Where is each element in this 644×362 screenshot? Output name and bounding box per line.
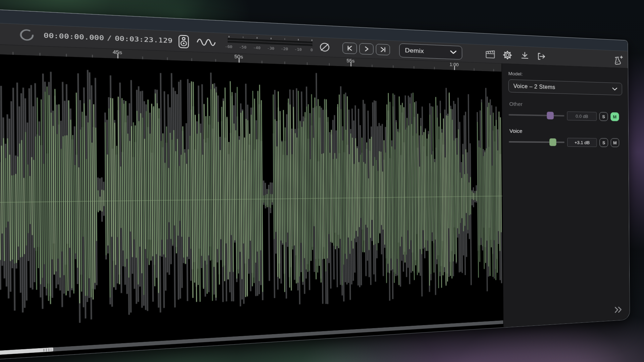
- perspective-container: 00:00:00.000/00:03:23.129: [0, 0, 644, 362]
- stem-panel: Model: Voice – 2 Stems Other: [501, 64, 630, 327]
- stem-gain-value[interactable]: 0.0 dB: [567, 111, 596, 121]
- stem-controls: +3.1 dB S M: [509, 137, 623, 147]
- ruler-time-label: 45s: [113, 49, 122, 55]
- meter-tick: [284, 38, 285, 40]
- loop-icon[interactable]: [18, 27, 36, 43]
- stem-volume-slider[interactable]: [509, 138, 565, 146]
- solo-button[interactable]: S: [599, 138, 608, 147]
- app-window: 00:00:00.000/00:03:23.129: [0, 4, 630, 362]
- meter-tick: [257, 37, 257, 39]
- chevron-down-icon: [450, 49, 457, 56]
- mute-button[interactable]: M: [611, 138, 620, 147]
- stem-row-voice: Voice +3.1 dB S M: [509, 128, 623, 147]
- play-button[interactable]: [359, 43, 374, 55]
- meter-tick-label: -40: [253, 46, 261, 50]
- model-dropdown[interactable]: Voice – 2 Stems: [508, 79, 622, 96]
- ruler-time-label: 50s: [234, 54, 243, 60]
- stem-name: Other: [509, 101, 622, 109]
- desktop-background: 00:00:00.000/00:03:23.129: [0, 0, 644, 362]
- meter-tick: [228, 36, 229, 38]
- stem-controls: 0.0 dB S M: [508, 110, 622, 121]
- chevron-double-right-icon[interactable]: [614, 306, 623, 315]
- stem-row-other: Other 0.0 dB S M: [508, 101, 622, 121]
- time-total: 00:03:23.129: [115, 35, 172, 45]
- slider-handle[interactable]: [549, 138, 556, 146]
- meter-tick-label: -10: [294, 47, 302, 52]
- solo-button[interactable]: S: [599, 112, 608, 121]
- chevron-down-icon: [612, 86, 618, 92]
- meter-tick-label: -60: [225, 44, 232, 49]
- stem-gain-value[interactable]: +3.1 dB: [567, 138, 597, 147]
- download-icon[interactable]: [520, 51, 530, 60]
- skip-start-button[interactable]: [342, 42, 357, 54]
- slider-track[interactable]: [508, 114, 564, 116]
- waveform-display[interactable]: [0, 51, 503, 357]
- meter-tick-label: -20: [281, 47, 288, 51]
- ruler-time-label: 1:00: [449, 62, 459, 67]
- ruler-time-label: 55s: [346, 58, 355, 64]
- time-separator: /: [104, 34, 115, 42]
- meter-tick-label: 0: [310, 48, 313, 52]
- model-dropdown-value: Voice – 2 Stems: [513, 83, 612, 92]
- scrollbar-grip-icon: [44, 348, 52, 351]
- demix-dropdown[interactable]: Demix: [399, 43, 462, 60]
- meter-tick-label: -30: [267, 46, 274, 50]
- time-current: 00:00:00.000: [44, 32, 104, 42]
- meter-tick: [271, 38, 271, 40]
- slider-handle[interactable]: [547, 112, 554, 119]
- stem-name: Voice: [509, 128, 623, 135]
- clapperboard-icon[interactable]: [484, 49, 496, 60]
- export-icon[interactable]: [536, 52, 547, 61]
- meter-tick-label: -50: [239, 45, 247, 50]
- sine-wave-icon[interactable]: [197, 37, 216, 47]
- flask-add-icon[interactable]: [612, 55, 624, 67]
- meter-tick: [312, 40, 312, 41]
- skip-end-button[interactable]: [376, 44, 390, 56]
- mute-button[interactable]: M: [610, 112, 619, 121]
- model-label: Model:: [508, 71, 622, 80]
- gear-icon[interactable]: [502, 49, 513, 61]
- speaker-icon[interactable]: [175, 34, 192, 49]
- demix-dropdown-label: Demix: [405, 47, 450, 56]
- meter-tick: [298, 39, 299, 41]
- level-meter: -60-50-40-30-20-100: [228, 35, 313, 55]
- meter-tick: [243, 37, 244, 38]
- stem-volume-slider[interactable]: [508, 111, 564, 120]
- phase-invert-icon[interactable]: [318, 41, 332, 54]
